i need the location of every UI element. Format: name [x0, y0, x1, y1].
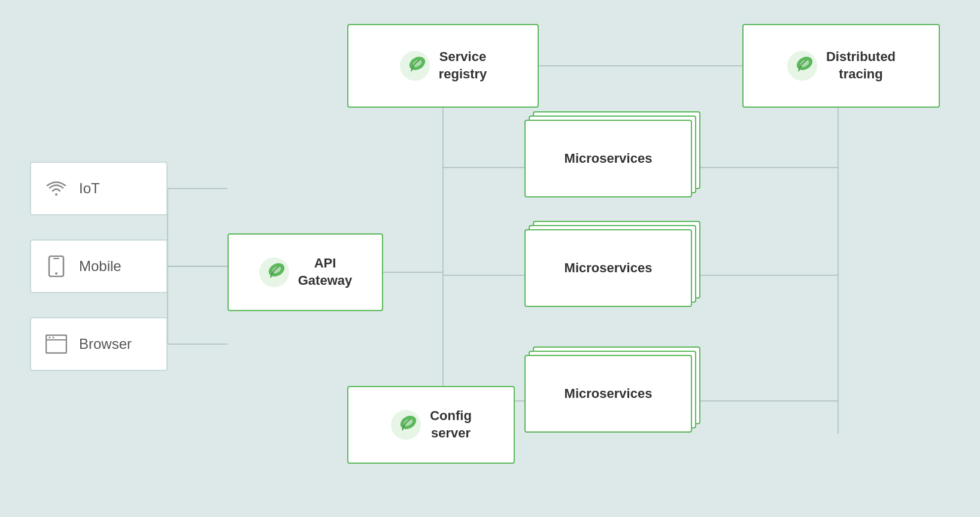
service-registry-icon — [399, 50, 430, 81]
microservices-middle: Microservices — [524, 229, 700, 315]
svg-point-18 — [55, 272, 57, 275]
config-server-label: Configserver — [430, 407, 472, 442]
distributed-tracing-box: Distributedtracing — [742, 24, 940, 108]
microservices-bottom-label: Microservices — [565, 386, 653, 402]
service-registry-label: Serviceregistry — [439, 48, 487, 83]
browser-icon — [45, 334, 67, 354]
mobile-icon — [45, 256, 67, 277]
iot-box: IoT — [30, 162, 168, 215]
svg-point-23 — [53, 337, 54, 339]
microservices-top-front: Microservices — [524, 120, 692, 197]
browser-box: Browser — [30, 317, 168, 371]
mobile-box: Mobile — [30, 239, 168, 293]
wifi-icon — [45, 178, 67, 199]
microservices-middle-front: Microservices — [524, 229, 692, 307]
config-server-box: Configserver — [347, 386, 515, 464]
browser-label: Browser — [79, 336, 132, 352]
microservices-top-label: Microservices — [565, 151, 653, 166]
iot-label: IoT — [79, 180, 100, 197]
distributed-tracing-label: Distributedtracing — [826, 48, 896, 83]
microservices-bottom-front: Microservices — [524, 355, 692, 433]
svg-point-22 — [49, 337, 51, 339]
microservices-top: Microservices — [524, 120, 700, 206]
api-gateway-box: APIGateway — [227, 233, 383, 311]
api-gateway-label: APIGateway — [298, 255, 353, 289]
distributed-tracing-icon — [787, 50, 818, 81]
config-server-icon — [390, 409, 421, 440]
api-gateway-icon — [259, 257, 290, 288]
microservices-middle-label: Microservices — [565, 260, 653, 276]
diagram-container: IoT Mobile Browser — [0, 0, 980, 517]
microservices-bottom: Microservices — [524, 355, 700, 441]
mobile-label: Mobile — [79, 258, 122, 275]
service-registry-box: Serviceregistry — [347, 24, 539, 108]
